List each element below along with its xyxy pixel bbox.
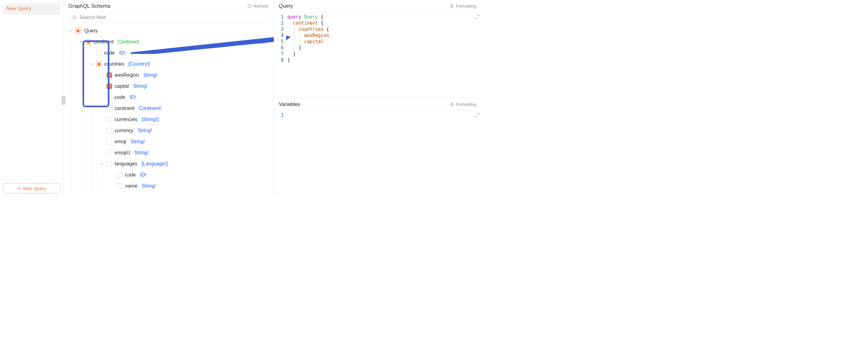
field-name: code: [125, 172, 136, 178]
search-icon: [72, 15, 77, 20]
field-name: capital: [115, 84, 129, 89]
chevron-down-icon[interactable]: [68, 29, 73, 33]
tree-row-continent[interactable]: continent Continent Filter: [68, 36, 269, 48]
field-type: String!: [138, 128, 152, 133]
search-input[interactable]: [80, 15, 265, 20]
new-query-button[interactable]: New Query: [3, 183, 60, 193]
formatting-label: Formatting: [456, 4, 476, 9]
checkbox-half[interactable]: [86, 39, 91, 45]
checkbox[interactable]: [106, 150, 112, 155]
checkbox-checked[interactable]: [106, 84, 112, 89]
field-name: emoji: [115, 139, 126, 145]
search-field-wrap[interactable]: [68, 12, 269, 23]
checkbox-half[interactable]: [75, 28, 81, 34]
checkbox[interactable]: [106, 106, 112, 111]
formatting-label: Formatting: [456, 102, 476, 107]
schema-panel: GraphQL Schema Refresh Query continent: [63, 0, 274, 196]
tree-row-awsregion[interactable]: awsRegion String!: [68, 70, 269, 81]
field-name: countries: [104, 61, 124, 67]
variables-panel: Variables Formatting 1: [274, 98, 482, 196]
formatting-button[interactable]: Formatting: [450, 4, 476, 9]
svg-point-2: [73, 16, 76, 19]
checkbox[interactable]: [96, 50, 102, 56]
field-type: ID!: [119, 50, 125, 56]
tree-row-l-code[interactable]: code ID!: [68, 170, 269, 181]
field-name: name: [125, 183, 137, 189]
field-name: continent: [115, 106, 134, 111]
sidebar: New Query New Query: [0, 0, 63, 196]
format-icon: [450, 102, 454, 107]
chevron-down-icon[interactable]: [89, 62, 94, 66]
schema-panel-title: GraphQL Schema: [68, 3, 110, 9]
tree-row-c-continent[interactable]: continent Continent!: [68, 103, 269, 114]
query-tab-active[interactable]: New Query: [3, 3, 60, 14]
field-type: [Language!]: [142, 161, 168, 167]
field-type: String!: [142, 183, 156, 189]
svg-line-3: [75, 19, 76, 20]
checkbox[interactable]: [106, 95, 112, 100]
checkbox-half[interactable]: [96, 61, 102, 67]
variables-editor[interactable]: 1: [274, 111, 482, 196]
field-type: Continent: [118, 39, 139, 45]
right-stack: Query Formatting 1 2 3 4 5 6 7 8 query Q…: [274, 0, 482, 196]
checkbox[interactable]: [106, 128, 112, 133]
formatting-button[interactable]: Formatting: [450, 102, 476, 107]
field-type: String!: [133, 84, 147, 89]
field-type: ID!: [130, 95, 136, 100]
tree-row-emoji[interactable]: emoji String!: [68, 136, 269, 147]
query-code[interactable]: query Query { continent { │ countries { …: [286, 12, 482, 98]
field-type: [String!]: [142, 117, 159, 122]
field-name: emojiU: [115, 150, 130, 155]
checkbox-checked[interactable]: [106, 72, 112, 78]
tree-row-code[interactable]: code ID!: [68, 48, 269, 59]
query-panel: Query Formatting 1 2 3 4 5 6 7 8 query Q…: [274, 0, 482, 98]
field-type: Continent!: [139, 106, 161, 111]
field-type: String!: [131, 139, 145, 145]
tree-row-currency[interactable]: currency String!: [68, 125, 269, 136]
field-type: [Country!]: [128, 61, 150, 67]
refresh-icon: [247, 4, 252, 8]
line-gutter: 1: [274, 111, 286, 196]
chevron-down-icon[interactable]: [79, 40, 83, 44]
tree-row-l-name[interactable]: name String!: [68, 181, 269, 191]
checkbox[interactable]: [117, 183, 123, 189]
field-name: code: [104, 50, 115, 56]
field-name: languages: [115, 161, 137, 167]
format-icon: [450, 4, 454, 8]
chevron-down-icon[interactable]: [100, 162, 104, 166]
new-query-button-label: New Query: [23, 186, 46, 191]
tree-row-currencies[interactable]: currencies [String!]: [68, 114, 269, 125]
field-name: code: [115, 95, 125, 100]
tree-row-countries[interactable]: countries [Country!]: [68, 59, 269, 70]
checkbox[interactable]: [117, 172, 123, 178]
refresh-button[interactable]: Refresh: [247, 4, 269, 9]
query-panel-title: Query: [279, 3, 293, 9]
checkbox[interactable]: [106, 117, 112, 122]
line-gutter: 1 2 3 4 5 6 7 8: [274, 12, 286, 98]
field-type: String!: [143, 72, 157, 78]
expand-icon[interactable]: [475, 113, 479, 119]
field-name: awsRegion: [115, 72, 139, 78]
tree-row-capital[interactable]: capital String!: [68, 81, 269, 92]
plus-icon: [17, 186, 21, 191]
refresh-label: Refresh: [253, 4, 269, 9]
field-name: currencies: [115, 117, 137, 122]
expand-icon[interactable]: [475, 14, 479, 21]
field-type: String!: [134, 150, 149, 155]
schema-tree: Query continent Continent Filter code ID…: [68, 25, 269, 191]
field-type: ID!: [140, 172, 146, 178]
checkbox[interactable]: [106, 139, 112, 145]
tree-row-c-code[interactable]: code ID!: [68, 92, 269, 103]
tree-row-query[interactable]: Query: [68, 25, 269, 36]
variables-code[interactable]: [286, 111, 482, 196]
query-editor[interactable]: 1 2 3 4 5 6 7 8 query Query { continent …: [274, 12, 482, 98]
tree-row-emojiu[interactable]: emojiU String!: [68, 147, 269, 158]
field-name: Query: [84, 28, 98, 34]
field-name: currency: [115, 128, 133, 133]
filter-link[interactable]: Filter: [257, 39, 269, 45]
tree-row-languages[interactable]: languages [Language!]: [68, 158, 269, 170]
variables-panel-title: Variables: [279, 101, 300, 108]
checkbox[interactable]: [106, 161, 112, 167]
field-name: continent: [94, 39, 114, 45]
